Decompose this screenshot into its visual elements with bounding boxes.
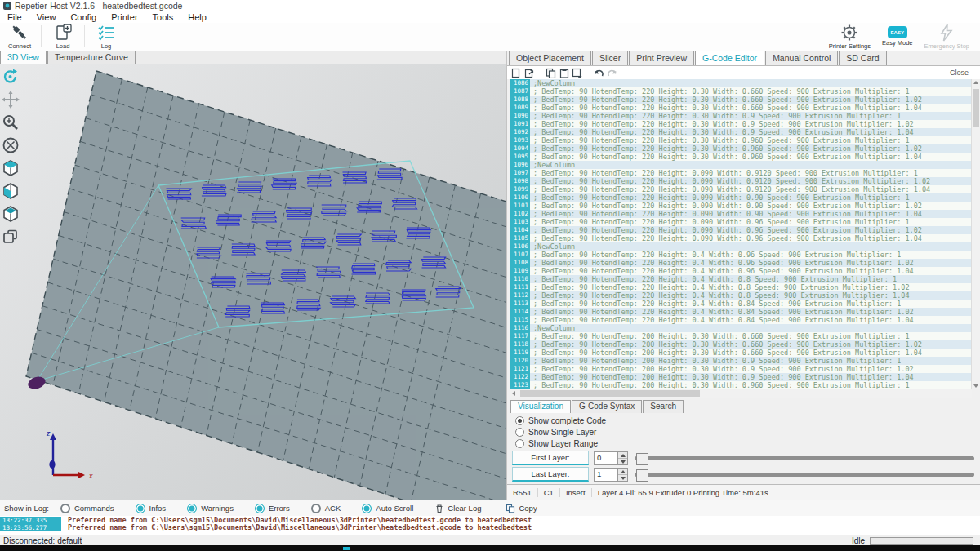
gcode-line[interactable]: 1113; BedTemp: 90 HotendTemp: 220 Height…: [510, 300, 972, 308]
gcode-line[interactable]: 1097; BedTemp: 90 HotendTemp: 220 Height…: [510, 169, 972, 177]
last-layer-spinner[interactable]: 1: [594, 468, 628, 482]
toggle-off-icon[interactable]: [60, 504, 70, 513]
tab-print-preview[interactable]: Print Preview: [629, 51, 694, 65]
scroll-up-arrow[interactable]: [973, 81, 978, 84]
gcode-line[interactable]: 1091; BedTemp: 90 HotendTemp: 220 Height…: [510, 120, 972, 128]
viewport-3d[interactable]: zx: [0, 64, 506, 500]
gcode-line[interactable]: 1090; BedTemp: 90 HotendTemp: 220 Height…: [510, 112, 972, 120]
gcode-line[interactable]: 1108; BedTemp: 90 HotendTemp: 220 Height…: [510, 259, 972, 267]
menu-item-printer[interactable]: Printer: [104, 12, 145, 22]
last-layer-button[interactable]: Last Layer:: [512, 467, 589, 482]
tab-search[interactable]: Search: [643, 400, 684, 413]
slider-handle[interactable]: [636, 453, 648, 465]
first-layer-slider[interactable]: [635, 452, 976, 464]
spin-down-icon[interactable]: [618, 459, 627, 464]
load-button[interactable]: Load: [43, 23, 82, 51]
gcode-line[interactable]: 1096;NewColumn: [510, 161, 972, 169]
gcode-line[interactable]: 1119; BedTemp: 90 HotendTemp: 200 Height…: [510, 349, 972, 357]
gcode-line[interactable]: 1088; BedTemp: 90 HotendTemp: 220 Height…: [510, 96, 972, 104]
redo-icon[interactable]: [607, 68, 617, 78]
emergency-stop-button[interactable]: Emergency Stop: [919, 23, 975, 51]
vertical-scroll-thumb[interactable]: [973, 89, 979, 127]
tab-g-code-syntax[interactable]: G-Code Syntax: [572, 400, 642, 413]
tab-3d-view[interactable]: 3D View: [0, 51, 47, 64]
scroll-left-arrow[interactable]: [512, 391, 515, 396]
spinner-buttons[interactable]: [617, 452, 627, 464]
gcode-line[interactable]: 1101; BedTemp: 90 HotendTemp: 220 Height…: [510, 202, 972, 210]
gcode-line[interactable]: 1117; BedTemp: 90 HotendTemp: 200 Height…: [510, 332, 972, 340]
front-view-icon[interactable]: [2, 182, 20, 200]
scroll-down-arrow[interactable]: [973, 384, 978, 388]
log-toggle-errors[interactable]: Errors: [255, 504, 290, 513]
connect-button[interactable]: Connect: [0, 23, 39, 51]
gcode-line[interactable]: 1114; BedTemp: 90 HotendTemp: 220 Height…: [510, 308, 972, 316]
spin-up-icon[interactable]: [618, 452, 627, 459]
spinner-buttons[interactable]: [617, 469, 627, 481]
gcode-line[interactable]: 1094; BedTemp: 90 HotendTemp: 220 Height…: [510, 144, 972, 153]
save-file-icon[interactable]: [572, 68, 582, 78]
gcode-line[interactable]: 1089; BedTemp: 90 HotendTemp: 220 Height…: [510, 104, 972, 112]
toggle-on-icon[interactable]: [255, 504, 265, 513]
gcode-line[interactable]: 1092; BedTemp: 90 HotendTemp: 220 Height…: [510, 128, 972, 136]
log-toggle-warnings[interactable]: Warnings: [187, 504, 234, 513]
first-layer-spinner[interactable]: 0: [594, 451, 628, 465]
gcode-line[interactable]: 1112; BedTemp: 90 HotendTemp: 220 Height…: [510, 291, 972, 300]
move-icon[interactable]: [2, 91, 20, 109]
menu-item-view[interactable]: View: [29, 12, 64, 22]
close-editor-button[interactable]: Close: [950, 69, 969, 77]
gcode-line[interactable]: 1100; BedTemp: 90 HotendTemp: 220 Height…: [510, 193, 972, 202]
gcode-line[interactable]: 1086;NewColumn: [510, 79, 972, 87]
toggle-on-icon[interactable]: [362, 504, 372, 513]
spin-up-icon[interactable]: [618, 469, 627, 475]
radio-icon[interactable]: [515, 428, 524, 437]
objects-icon[interactable]: [2, 228, 20, 246]
tab-sd-card[interactable]: SD Card: [839, 51, 886, 65]
menu-item-tools[interactable]: Tools: [145, 12, 181, 22]
editor-horizontal-scrollbar[interactable]: [510, 389, 972, 398]
zoom-icon[interactable]: [2, 113, 20, 131]
new-file-icon[interactable]: [510, 68, 521, 78]
menu-item-file[interactable]: File: [0, 12, 29, 22]
gcode-editor[interactable]: 1086;NewColumn1087; BedTemp: 90 HotendTe…: [510, 79, 972, 389]
tab-object-placement[interactable]: Object Placement: [509, 51, 591, 65]
open-file-icon[interactable]: [523, 68, 534, 78]
radio-show-single-layer[interactable]: Show Single Layer: [515, 427, 606, 438]
gcode-line[interactable]: 1116;NewColumn: [510, 324, 972, 332]
radio-icon[interactable]: [515, 416, 524, 425]
gcode-line[interactable]: 1120; BedTemp: 90 HotendTemp: 200 Height…: [510, 357, 972, 365]
copy-icon[interactable]: [546, 68, 556, 78]
log-button[interactable]: Log: [87, 23, 126, 51]
gcode-line[interactable]: 1102; BedTemp: 90 HotendTemp: 220 Height…: [510, 210, 972, 218]
gcode-line[interactable]: 1118; BedTemp: 90 HotendTemp: 200 Height…: [510, 340, 972, 349]
first-layer-button[interactable]: First Layer:: [512, 451, 589, 465]
menu-item-help[interactable]: Help: [180, 12, 214, 22]
gcode-line[interactable]: 1107; BedTemp: 90 HotendTemp: 220 Height…: [510, 251, 972, 259]
paste-icon[interactable]: [559, 68, 569, 78]
iso-view-icon[interactable]: [2, 159, 20, 177]
log-toggle-commands[interactable]: Commands: [60, 504, 114, 513]
toggle-on-icon[interactable]: [187, 504, 197, 513]
gcode-line[interactable]: 1115; BedTemp: 90 HotendTemp: 220 Height…: [510, 316, 972, 324]
slider-handle[interactable]: [636, 469, 648, 482]
gcode-line[interactable]: 1103; BedTemp: 90 HotendTemp: 220 Height…: [510, 218, 972, 226]
menu-item-config[interactable]: Config: [63, 12, 104, 22]
slider-track[interactable]: [635, 473, 974, 477]
copy-log-button[interactable]: Copy: [506, 504, 537, 513]
editor-vertical-scrollbar[interactable]: [971, 79, 980, 389]
gcode-line[interactable]: 1087; BedTemp: 90 HotendTemp: 220 Height…: [510, 87, 972, 96]
last-layer-value[interactable]: 1: [595, 469, 617, 481]
tab-temperature-curve[interactable]: Temperature Curve: [47, 51, 136, 64]
gcode-line[interactable]: 1106;NewColumn: [510, 242, 972, 251]
log-toggle-infos[interactable]: Infos: [136, 504, 167, 513]
clear-log-button[interactable]: Clear Log: [434, 504, 481, 513]
spin-down-icon[interactable]: [618, 475, 627, 481]
gcode-line[interactable]: 1109; BedTemp: 90 HotendTemp: 220 Height…: [510, 267, 972, 275]
gcode-line[interactable]: 1110; BedTemp: 90 HotendTemp: 220 Height…: [510, 275, 972, 283]
tab-slicer[interactable]: Slicer: [592, 51, 628, 65]
gcode-line[interactable]: 1123; BedTemp: 90 HotendTemp: 200 Height…: [510, 381, 972, 389]
last-layer-slider[interactable]: [635, 469, 976, 481]
gcode-line[interactable]: 1111; BedTemp: 90 HotendTemp: 220 Height…: [510, 283, 972, 291]
toggle-on-icon[interactable]: [136, 504, 145, 513]
log-toggle-auto-scroll[interactable]: Auto Scroll: [362, 504, 413, 513]
tab-manual-control[interactable]: Manual Control: [765, 51, 838, 65]
